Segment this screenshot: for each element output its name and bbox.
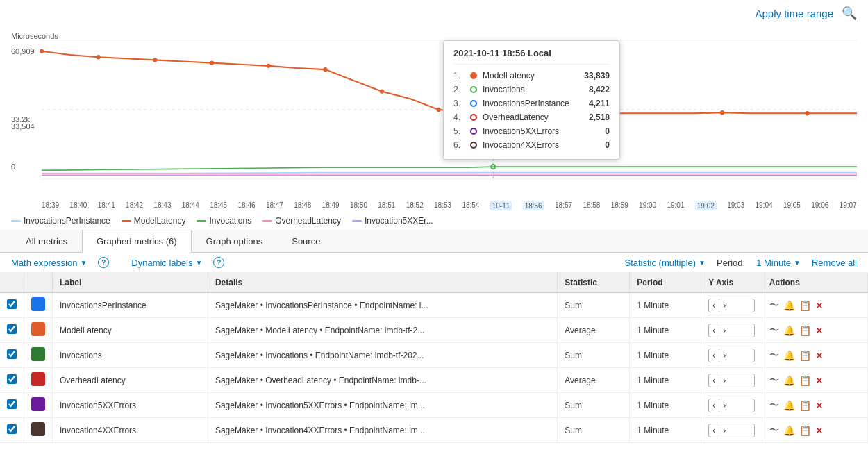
legend-overhead-latency: OverheadLatency: [262, 216, 341, 226]
chart-y-label: Microseconds: [11, 32, 58, 40]
tooltip-dot-5: [470, 128, 477, 135]
statistic-button[interactable]: Statistic (multiple) ▼: [625, 258, 706, 268]
chart-y-max: 60,909: [11, 47, 35, 56]
svg-point-9: [323, 67, 327, 72]
row3-actions: 〜 🔔 📋 ✕: [762, 343, 867, 368]
row4-delete-icon[interactable]: ✕: [815, 375, 824, 386]
row1-checkbox[interactable]: [7, 299, 17, 309]
row4-bell-icon[interactable]: 🔔: [783, 375, 795, 386]
table-row: Invocations SageMaker • Invocations • En…: [0, 343, 868, 368]
row2-checkbox-cell[interactable]: [0, 318, 24, 343]
svg-point-5: [97, 55, 101, 59]
row1-statistic: Sum: [558, 293, 630, 318]
row5-yaxis: ‹ ›: [701, 393, 762, 418]
row3-copy-icon[interactable]: 📋: [799, 350, 811, 361]
row2-copy-icon[interactable]: 📋: [799, 325, 811, 336]
row1-yaxis-nav[interactable]: ‹ ›: [708, 299, 755, 312]
row6-actions: 〜 🔔 📋 ✕: [762, 418, 867, 443]
row6-checkbox-cell[interactable]: [0, 418, 24, 443]
row3-statistic: Sum: [558, 343, 630, 368]
row2-delete-icon[interactable]: ✕: [815, 325, 824, 336]
row3-label: Invocations: [53, 343, 208, 368]
tab-graphed-metrics[interactable]: Graphed metrics (6): [82, 230, 192, 253]
tabs-bar: All metrics Graphed metrics (6) Graph op…: [0, 230, 868, 253]
row2-bell-icon[interactable]: 🔔: [783, 325, 795, 336]
row3-trend-icon[interactable]: 〜: [769, 349, 779, 362]
tab-source[interactable]: Source: [277, 230, 335, 253]
row2-yaxis-nav[interactable]: ‹ ›: [708, 324, 755, 337]
row6-copy-icon[interactable]: 📋: [799, 425, 811, 436]
row3-checkbox[interactable]: [7, 349, 17, 359]
row1-checkbox-cell[interactable]: [0, 293, 24, 318]
tab-graph-options[interactable]: Graph options: [192, 230, 278, 253]
row2-actions: 〜 🔔 📋 ✕: [762, 318, 867, 343]
row1-trend-icon[interactable]: 〜: [769, 299, 779, 312]
row4-trend-icon[interactable]: 〜: [769, 374, 779, 387]
row5-details: SageMaker • Invocation5XXErrors • Endpoi…: [208, 393, 557, 418]
th-checkbox: [0, 273, 24, 293]
legend-dot-invocations-per-instance: [11, 220, 21, 222]
tooltip-dot-4: [470, 114, 477, 121]
math-expression-help[interactable]: ?: [98, 257, 109, 268]
row6-trend-icon[interactable]: 〜: [769, 424, 779, 437]
row6-yaxis: ‹ ›: [701, 418, 762, 443]
top-bar: Apply time range 🔍: [0, 0, 868, 26]
row3-yaxis-nav[interactable]: ‹ ›: [708, 349, 755, 362]
table-row: InvocationsPerInstance SageMaker • Invoc…: [0, 293, 868, 318]
remove-all-button[interactable]: Remove all: [812, 258, 857, 268]
apply-time-range-button[interactable]: Apply time range: [755, 8, 833, 19]
row6-delete-icon[interactable]: ✕: [815, 425, 824, 436]
tooltip-row-3: 3. InvocationsPerInstance 4,211: [453, 97, 610, 110]
tooltip-row-4: 4. OverheadLatency 2,518: [453, 110, 610, 124]
row1-color-cell: [24, 293, 53, 318]
row5-checkbox-cell[interactable]: [0, 393, 24, 418]
table-row: Invocation5XXErrors SageMaker • Invocati…: [0, 393, 868, 418]
period-button[interactable]: 1 Minute ▼: [756, 258, 801, 268]
row1-details: SageMaker • InvocationsPerInstance • End…: [208, 293, 557, 318]
legend-invocations: Invocations: [197, 216, 251, 226]
row5-trend-icon[interactable]: 〜: [769, 399, 779, 412]
row3-checkbox-cell[interactable]: [0, 343, 24, 368]
tooltip-row-5: 5. Invocation5XXErrors 0: [453, 124, 610, 138]
chart-legend: InvocationsPerInstance ModelLatency Invo…: [0, 212, 868, 230]
math-expression-button[interactable]: Math expression ▼: [11, 258, 87, 268]
dynamic-labels-button[interactable]: Dynamic labels ▼: [131, 258, 202, 268]
row4-copy-icon[interactable]: 📋: [799, 375, 811, 386]
row6-label: Invocation4XXErrors: [53, 418, 208, 443]
metrics-toolbar: Math expression ▼ ? Dynamic labels ▼ ? S…: [0, 253, 868, 273]
row5-checkbox[interactable]: [7, 399, 17, 409]
svg-point-14: [720, 110, 724, 115]
row3-bell-icon[interactable]: 🔔: [783, 350, 795, 361]
row2-checkbox[interactable]: [7, 324, 17, 334]
row6-yaxis-nav[interactable]: ‹ ›: [708, 424, 755, 437]
row4-checkbox-cell[interactable]: [0, 368, 24, 393]
row6-bell-icon[interactable]: 🔔: [783, 425, 795, 436]
row5-delete-icon[interactable]: ✕: [815, 400, 824, 411]
tooltip-dot-6: [470, 142, 477, 149]
row1-bell-icon[interactable]: 🔔: [783, 300, 795, 311]
row6-checkbox[interactable]: [7, 424, 17, 434]
tab-all-metrics[interactable]: All metrics: [11, 230, 82, 253]
search-icon[interactable]: 🔍: [842, 6, 857, 21]
row6-details: SageMaker • Invocation4XXErrors • Endpoi…: [208, 418, 557, 443]
row1-delete-icon[interactable]: ✕: [815, 300, 824, 311]
row4-period: 1 Minute: [630, 368, 701, 393]
row2-yaxis: ‹ ›: [701, 318, 762, 343]
row5-copy-icon[interactable]: 📋: [799, 400, 811, 411]
tooltip-row-6: 6. Invocation4XXErrors 0: [453, 138, 610, 152]
row5-bell-icon[interactable]: 🔔: [783, 400, 795, 411]
row3-period: 1 Minute: [630, 343, 701, 368]
row4-checkbox[interactable]: [7, 374, 17, 384]
row5-yaxis-nav[interactable]: ‹ ›: [708, 399, 755, 412]
row5-color-cell: [24, 393, 53, 418]
row3-delete-icon[interactable]: ✕: [815, 350, 824, 361]
row2-trend-icon[interactable]: 〜: [769, 324, 779, 337]
row1-label: InvocationsPerInstance: [53, 293, 208, 318]
row1-copy-icon[interactable]: 📋: [799, 300, 811, 311]
row1-action-icons: 〜 🔔 📋 ✕: [769, 299, 860, 312]
row4-yaxis-nav[interactable]: ‹ ›: [708, 374, 755, 387]
svg-point-4: [40, 49, 44, 53]
row1-actions: 〜 🔔 📋 ✕: [762, 293, 867, 318]
row4-color-cell: [24, 368, 53, 393]
dynamic-labels-help[interactable]: ?: [213, 257, 224, 268]
